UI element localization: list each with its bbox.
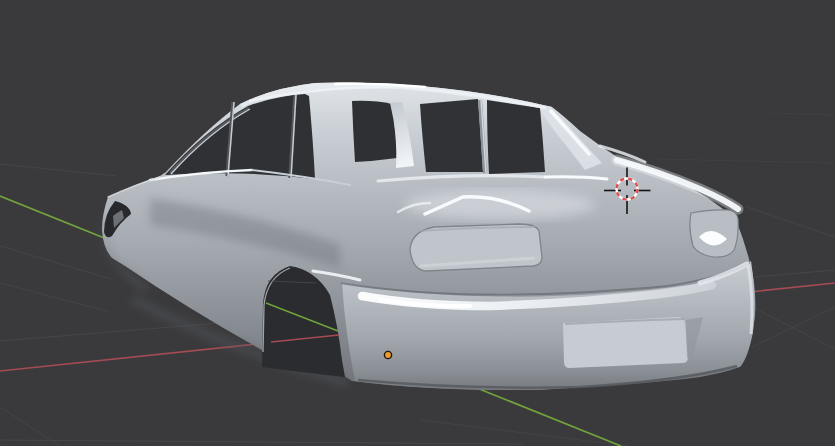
grid-line <box>747 207 835 237</box>
3d-viewport[interactable] <box>0 0 835 446</box>
grid-line <box>770 113 835 115</box>
grid-line <box>755 270 835 277</box>
license-plate-recess <box>563 317 703 368</box>
quarter-window-opening <box>352 101 397 162</box>
tail-light-right <box>690 210 738 257</box>
rear-window-opening-right-pane <box>487 100 545 174</box>
grid-line <box>0 164 117 176</box>
car-body-model[interactable] <box>101 82 756 390</box>
trunk-sheen <box>405 190 595 220</box>
grid-line <box>420 420 628 446</box>
rear-window-opening-left-pane <box>420 99 483 172</box>
grid-line <box>0 440 523 444</box>
grid-line <box>655 159 835 163</box>
grid-line <box>0 283 110 312</box>
grid-line <box>0 246 111 279</box>
tail-light-left <box>410 224 542 271</box>
